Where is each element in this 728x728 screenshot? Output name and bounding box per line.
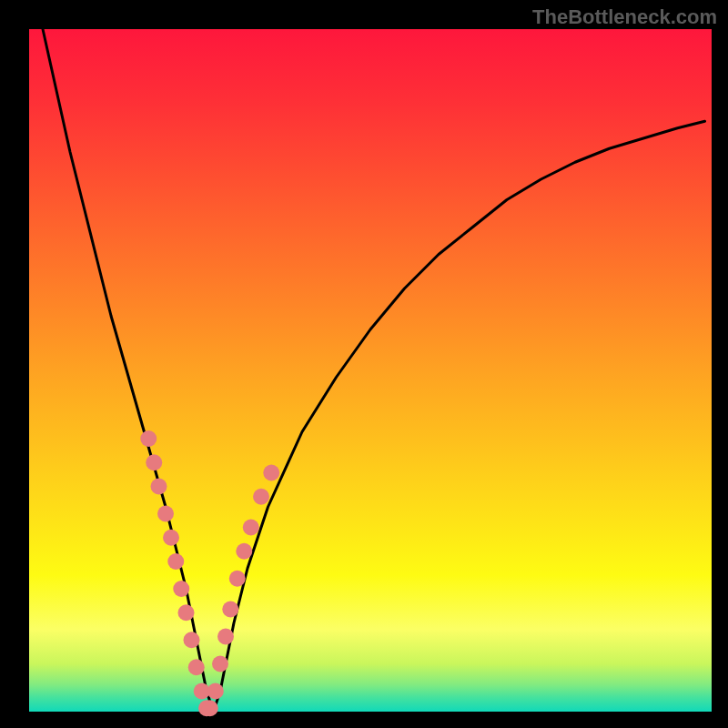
highlight-dot: [202, 700, 218, 716]
plot-area: [29, 29, 712, 712]
highlight-dot: [173, 581, 189, 597]
highlight-dot: [236, 543, 252, 560]
highlight-dot: [184, 632, 200, 648]
highlight-dot: [253, 489, 269, 505]
chart-container: TheBottleneck.com: [0, 0, 728, 728]
highlight-dot: [222, 602, 238, 618]
bottleneck-chart: [0, 0, 728, 728]
highlight-dot: [151, 479, 167, 495]
highlight-dot: [178, 604, 195, 621]
highlight-dot: [217, 629, 234, 645]
highlight-dot: [207, 683, 224, 700]
highlight-dot: [263, 465, 279, 481]
highlight-dot: [243, 520, 259, 536]
highlight-dot: [229, 571, 246, 587]
highlight-dot: [157, 506, 174, 522]
highlight-dot: [212, 656, 228, 672]
watermark-text: TheBottleneck.com: [532, 5, 717, 29]
highlight-dot: [163, 530, 179, 546]
highlight-dot: [146, 454, 162, 470]
highlight-dot: [140, 430, 157, 447]
highlight-dot: [167, 553, 184, 570]
highlight-dot: [188, 659, 205, 675]
